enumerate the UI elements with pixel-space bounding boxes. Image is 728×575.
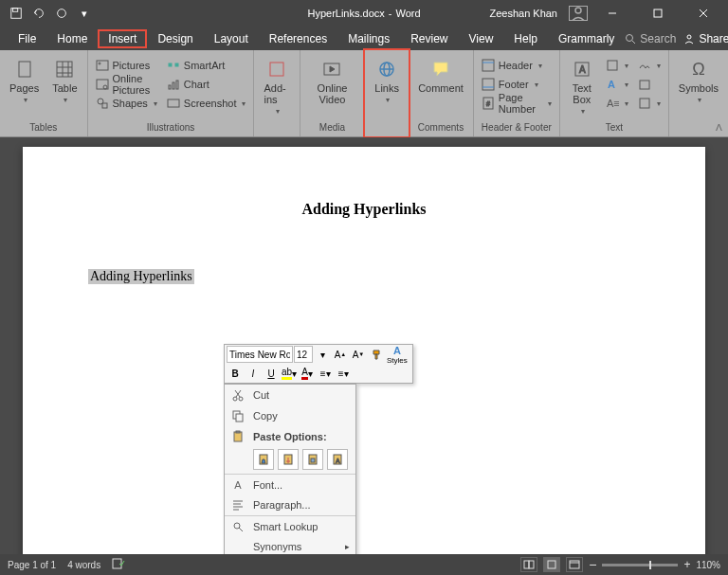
paste-option-picture[interactable]: [302, 449, 323, 470]
tab-home[interactable]: Home: [46, 29, 98, 48]
zoom-level[interactable]: 110%: [696, 560, 720, 570]
search-icon: [625, 33, 636, 45]
svg-point-20: [103, 85, 107, 89]
textbox-button[interactable]: AText Box▾: [566, 56, 598, 117]
zoom-in-button[interactable]: +: [683, 558, 690, 571]
decrease-font-icon[interactable]: A▼: [350, 346, 367, 363]
svg-point-48: [239, 397, 243, 401]
highlight-button[interactable]: ab▾: [281, 365, 298, 382]
word-app: ▾ HyperLinks.docx - Word Zeeshan Khan Fi…: [0, 0, 728, 575]
search-input[interactable]: Search: [625, 32, 676, 45]
paste-option-keep-source[interactable]: [253, 449, 274, 470]
undo-icon[interactable]: [28, 3, 49, 24]
tab-mailings[interactable]: Mailings: [337, 29, 400, 48]
comment-button[interactable]: Comment: [414, 56, 467, 96]
web-layout-icon[interactable]: [566, 557, 583, 572]
format-painter-icon[interactable]: [368, 346, 385, 363]
footer-button[interactable]: Footer▾: [480, 75, 554, 94]
ctx-smart-lookup[interactable]: Smart Lookup: [225, 515, 355, 536]
shapes-button[interactable]: Shapes▾: [94, 94, 159, 113]
online-pictures-button[interactable]: Online Pictures: [94, 75, 159, 94]
share-button[interactable]: Share: [683, 32, 728, 45]
datetime-button[interactable]: [636, 75, 663, 94]
styles-icon[interactable]: AStyles: [386, 346, 409, 363]
italic-button[interactable]: I: [245, 365, 262, 382]
smartart-button[interactable]: SmartArt: [165, 56, 248, 75]
fontsize-caret[interactable]: ▾: [314, 346, 331, 363]
tab-layout[interactable]: Layout: [204, 29, 259, 48]
quick-access-toolbar: ▾: [0, 3, 100, 24]
links-button[interactable]: Links▾: [371, 56, 403, 106]
svg-text:A: A: [336, 458, 340, 464]
selected-text[interactable]: Adding Hyperlinks: [88, 269, 194, 284]
wordart-button[interactable]: A▾: [604, 75, 630, 94]
minimize-button[interactable]: [592, 0, 633, 27]
chart-button[interactable]: Chart: [165, 75, 248, 94]
tab-file[interactable]: File: [8, 29, 46, 48]
search-placeholder: Search: [640, 32, 676, 45]
underline-button[interactable]: U: [263, 365, 280, 382]
print-layout-icon[interactable]: [543, 557, 560, 572]
addins-button[interactable]: Add-ins▾: [260, 56, 293, 117]
page-number-button[interactable]: #Page Number▾: [480, 94, 554, 113]
ribbon: Pages▾ Table▾ Tables Pictures Online Pic…: [0, 50, 728, 137]
paste-option-merge[interactable]: [278, 449, 299, 470]
font-select[interactable]: [227, 346, 293, 363]
save-icon[interactable]: [6, 3, 27, 24]
increase-font-icon[interactable]: A▲: [332, 346, 349, 363]
spell-check-icon[interactable]: [112, 558, 125, 571]
statusbar: Page 1 of 1 4 words − + 110%: [0, 554, 728, 575]
symbols-button[interactable]: ΩSymbols▾: [675, 56, 722, 106]
redo-icon[interactable]: [51, 3, 72, 24]
bullets-button[interactable]: ≡▾: [317, 365, 334, 382]
dropcap-button[interactable]: A≡▾: [604, 94, 630, 113]
header-button[interactable]: Header▾: [480, 56, 554, 75]
close-button[interactable]: [682, 0, 724, 27]
maximize-button[interactable]: [637, 0, 679, 27]
tab-references[interactable]: References: [259, 29, 337, 48]
quickparts-button[interactable]: ▾: [604, 56, 630, 75]
mini-toolbar: ▾ A▲ A▼ AStyles B I U ab▾ A▾ ≡▾ ≡▾: [224, 344, 413, 384]
tab-insert[interactable]: Insert: [98, 29, 147, 48]
pictures-button[interactable]: Pictures: [94, 56, 159, 75]
svg-text:A: A: [608, 79, 615, 90]
svg-rect-12: [57, 62, 72, 77]
zoom-out-button[interactable]: −: [589, 557, 596, 572]
bold-button[interactable]: B: [227, 365, 244, 382]
tab-review[interactable]: Review: [400, 29, 458, 48]
tab-design[interactable]: Design: [147, 29, 203, 48]
svg-rect-19: [97, 80, 108, 89]
tab-help[interactable]: Help: [503, 29, 548, 48]
paste-option-text[interactable]: A: [327, 449, 348, 470]
page-indicator[interactable]: Page 1 of 1: [8, 560, 56, 570]
qat-caret-icon[interactable]: ▾: [74, 3, 95, 24]
word-count[interactable]: 4 words: [67, 560, 100, 570]
user-name: Zeeshan Khan: [482, 8, 565, 19]
pages-button[interactable]: Pages▾: [6, 56, 43, 106]
svg-point-47: [233, 397, 237, 401]
tab-grammarly[interactable]: Grammarly: [548, 29, 625, 48]
user-avatar-icon[interactable]: [569, 6, 588, 21]
svg-rect-29: [270, 63, 283, 76]
collapse-ribbon-icon[interactable]: ᐱ: [716, 122, 722, 133]
app-name: Word: [395, 8, 420, 19]
object-button[interactable]: ▾: [636, 94, 663, 113]
screenshot-button[interactable]: Screenshot▾: [165, 94, 248, 113]
ctx-synonyms[interactable]: Synonyms▸: [225, 536, 355, 554]
font-color-button[interactable]: A▾: [299, 365, 316, 382]
numbering-button[interactable]: ≡▾: [335, 365, 352, 382]
svg-rect-73: [524, 561, 529, 568]
zoom-slider[interactable]: [602, 564, 678, 566]
ctx-paragraph[interactable]: Paragraph...: [225, 494, 355, 515]
ctx-cut[interactable]: Cut: [225, 385, 355, 405]
ctx-copy[interactable]: Copy: [225, 405, 355, 426]
tab-view[interactable]: View: [459, 29, 504, 48]
paragraph-icon: [230, 497, 246, 512]
read-mode-icon[interactable]: [520, 557, 537, 572]
online-video-button[interactable]: Online Video: [306, 56, 358, 107]
signature-button[interactable]: ▾: [636, 56, 663, 75]
ctx-font[interactable]: AFont...: [225, 474, 355, 494]
table-button[interactable]: Table▾: [48, 56, 81, 106]
fontsize-select[interactable]: [294, 346, 313, 363]
svg-text:A≡: A≡: [607, 98, 619, 109]
